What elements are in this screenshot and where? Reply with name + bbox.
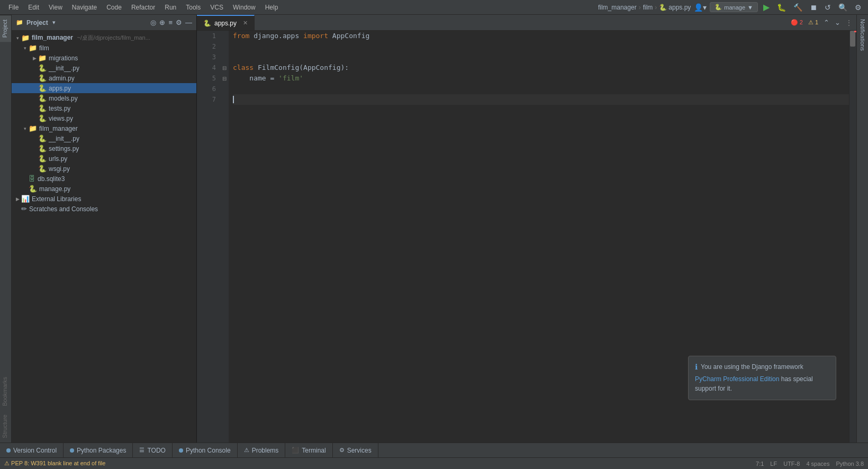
film-label: film [39,44,49,52]
menu-view[interactable]: View [44,2,67,13]
tree-film-manager-folder[interactable]: ▾ 📁 film_manager [12,123,196,133]
structure-tab-left[interactable] [0,42,11,373]
tree-apps-py[interactable]: ▶ 🐍 apps.py [12,83,196,93]
terminal-label: Terminal [302,447,326,454]
status-lf[interactable]: LF [770,461,777,467]
sidebar-dropdown-arrow[interactable]: ▾ [52,19,56,26]
menu-file[interactable]: File [4,2,23,13]
film-folder-icon: 📁 [29,44,37,52]
menu-refactor[interactable]: Refactor [127,2,159,13]
gutter-6 [220,84,229,94]
tree-settings-py[interactable]: ▶ 🐍 settings.py [12,143,196,154]
menu-edit[interactable]: Edit [24,2,43,13]
editor-minimap-scrollbar[interactable] [849,31,856,443]
rerun-button[interactable]: ↺ [822,2,833,13]
scroll-thumb [850,31,855,47]
console-dot [179,448,183,453]
code-filmconfig: FilmConfig(AppConfig): [254,62,349,73]
tree-manage-py[interactable]: ▶ 🐍 manage.py [12,184,196,194]
line-3: 3 [197,52,220,62]
tab-version-control[interactable]: Version Control [0,443,64,457]
structure-tab[interactable]: Structure [0,410,11,443]
root-folder-icon: 📁 [21,34,30,42]
status-warning[interactable]: ⚠ PEP 8: W391 blank line at end of file [4,460,105,467]
console-label: Python Console [186,447,231,454]
run-button[interactable]: ▶ [761,1,772,13]
menu-help[interactable]: Help [261,2,283,13]
scratches-label: Scratches and Consoles [29,205,98,213]
status-position[interactable]: 7:1 [756,461,764,467]
notifications-tab[interactable]: Notifications [858,15,867,55]
kw-class: class [233,62,254,73]
build-button[interactable]: 🔨 [791,2,804,13]
menu-code[interactable]: Code [102,2,126,13]
tree-views-py[interactable]: ▶ 🐍 views.py [12,113,196,123]
breadcrumb-folder[interactable]: film [643,4,653,11]
tab-python-console[interactable]: Python Console [173,443,238,457]
tree-scratches[interactable]: ▶ ✏ Scratches and Consoles [12,204,196,214]
code-line-4: class FilmConfig(AppConfig): [233,62,849,73]
tab-problems[interactable]: ⚠ Problems [238,443,286,457]
debug-button[interactable]: 🐛 [775,2,788,13]
bookmarks-tab[interactable]: Bookmarks [0,373,11,410]
menu-run[interactable]: Run [160,2,180,13]
code-line-3 [233,52,849,62]
tree-ext-lib[interactable]: ▶ 📊 External Libraries [12,194,196,204]
project-name[interactable]: film_manager [598,4,637,11]
menu-vcs[interactable]: VCS [206,2,228,13]
views-icon: 🐍 [38,114,47,122]
fold-marker-4[interactable]: ⊟ [222,65,227,71]
tab-chevron-down[interactable]: ⌄ [835,19,840,26]
tree-film-folder[interactable]: ▾ 📁 film [12,43,196,53]
status-python[interactable]: Python 3.8 [836,461,864,467]
stop-button[interactable]: ⏹ [808,2,819,13]
search-button[interactable]: 🔍 [836,2,849,13]
tab-services[interactable]: ⚙ Services [333,443,378,457]
pycharm-pro-link[interactable]: PyCharm Professional Edition [695,375,779,383]
text-cursor [233,96,234,103]
tree-fm-init[interactable]: ▶ 🐍 __init__.py [12,133,196,143]
sidebar-header-icons: ◎ ⊕ ≡ ⚙ — [150,19,192,26]
db-icon: 🗄 [29,175,35,183]
fold-marker-5[interactable]: ⊟ [222,76,227,82]
tab-bar: 🐍 apps.py ✕ 🔴 2 ⚠ 1 ⌃ ⌄ ⋮ [197,15,856,31]
gutter-5[interactable]: ⊟ [220,73,229,84]
kw-from: from [233,31,249,41]
sidebar: 📁 Project ▾ ◎ ⊕ ≡ ⚙ — ▾ 📁 film_manager ~… [12,15,197,443]
gutter-4[interactable]: ⊟ [220,62,229,73]
sidebar-expand-icon[interactable]: ⊕ [159,19,165,26]
tree-migrations[interactable]: ▶ 📁 migrations [12,53,196,63]
tree-urls-py[interactable]: ▶ 🐍 urls.py [12,154,196,164]
menu-tools[interactable]: Tools [182,2,205,13]
user-icon[interactable]: 👤▾ [694,3,707,12]
sidebar-hide-icon[interactable]: — [185,19,192,26]
tab-todo[interactable]: ☰ TODO [133,443,172,457]
tab-more-icon[interactable]: ⋮ [846,19,852,26]
menu-navigate[interactable]: Navigate [68,2,101,13]
tab-close-icon[interactable]: ✕ [243,20,248,26]
tree-wsgi-py[interactable]: ▶ 🐍 wsgi.py [12,164,196,174]
tree-admin-py[interactable]: ▶ 🐍 admin.py [12,73,196,83]
status-encoding[interactable]: UTF-8 [783,461,800,467]
sidebar-gear-icon[interactable]: ⚙ [176,19,182,26]
breadcrumb-file[interactable]: 🐍 apps.py [659,4,691,11]
tree-root[interactable]: ▾ 📁 film_manager ~/桌面/djprojects/film_ma… [12,33,196,43]
tab-chevron-up[interactable]: ⌃ [824,19,829,26]
manage-dropdown[interactable]: 🐍 manage ▼ [710,2,758,12]
status-indent[interactable]: 4 spaces [806,461,829,467]
root-label: film_manager ~/桌面/djprojects/film_man... [32,34,150,42]
editor-tab-apps[interactable]: 🐍 apps.py ✕ [197,15,255,30]
settings-button[interactable]: ⚙ [853,2,864,13]
project-tab[interactable]: Project [0,15,11,42]
tree-tests-py[interactable]: ▶ 🐍 tests.py [12,103,196,113]
tree-db[interactable]: ▶ 🗄 db.sqlite3 [12,174,196,184]
sidebar-collapse-icon[interactable]: ≡ [168,19,173,26]
code-line-7 [233,94,849,105]
menu-window[interactable]: Window [229,2,260,13]
tree-models-py[interactable]: ▶ 🐍 models.py [12,93,196,103]
sidebar-locate-icon[interactable]: ◎ [150,19,156,26]
tree-init-py[interactable]: ▶ 🐍 __init__.py [12,63,196,73]
tab-terminal[interactable]: ⬛ Terminal [285,443,332,457]
tab-label: apps.py [214,20,237,27]
tab-python-packages[interactable]: Python Packages [64,443,133,457]
